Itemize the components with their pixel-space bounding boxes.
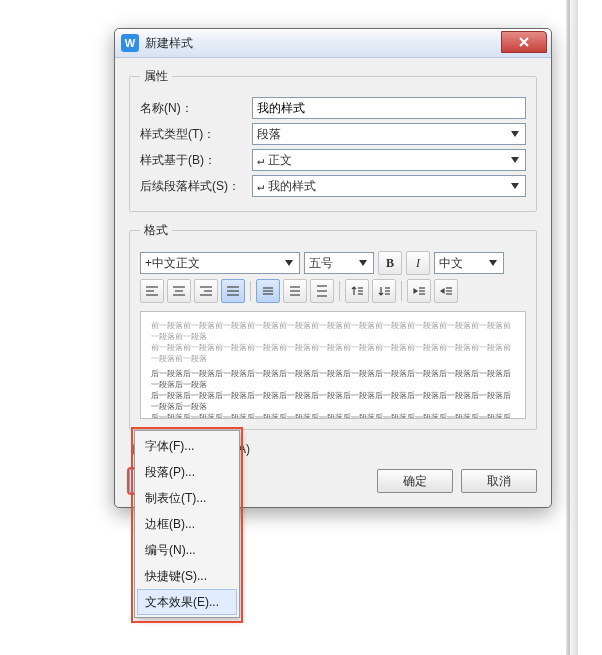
align-right-button[interactable] [194, 279, 218, 303]
page-edge [566, 0, 570, 655]
separator [339, 281, 340, 301]
cancel-button[interactable]: 取消 [461, 469, 537, 493]
align-center-button[interactable] [167, 279, 191, 303]
chevron-down-icon [507, 178, 523, 194]
line-spacing-loose-button[interactable] [310, 279, 334, 303]
properties-legend: 属性 [140, 68, 172, 85]
menu-item-border[interactable]: 边框(B)... [137, 511, 237, 537]
chevron-down-icon [507, 152, 523, 168]
decrease-para-space-button[interactable] [372, 279, 396, 303]
menu-item-shortcut[interactable]: 快捷键(S)... [137, 563, 237, 589]
close-button[interactable] [501, 31, 547, 53]
following-select[interactable]: ↵ 我的样式 [252, 175, 526, 197]
preview-pane: 前一段落前一段落前一段落前一段落前一段落前一段落前一段落前一段落前一段落前一段落… [140, 311, 526, 419]
chevron-down-icon [355, 255, 371, 271]
increase-para-space-button[interactable] [345, 279, 369, 303]
ok-button[interactable]: 确定 [377, 469, 453, 493]
format-group: 格式 +中文正文 五号 B I 中文 [129, 222, 537, 430]
properties-group: 属性 名称(N)： 样式类型(T)： 段落 样式基于(B)： ↵ [129, 68, 537, 212]
menu-item-paragraph[interactable]: 段落(P)... [137, 459, 237, 485]
decrease-indent-button[interactable] [407, 279, 431, 303]
preview-line: 前一段落前一段落前一段落前一段落前一段落前一段落前一段落前一段落前一段落前一段落… [151, 342, 515, 364]
style-type-select[interactable]: 段落 [252, 123, 526, 145]
menu-item-numbering[interactable]: 编号(N)... [137, 537, 237, 563]
menu-item-font[interactable]: 字体(F)... [137, 433, 237, 459]
chevron-down-icon [485, 255, 501, 271]
separator [401, 281, 402, 301]
font-size-value: 五号 [309, 255, 333, 272]
font-size-select[interactable]: 五号 [304, 252, 374, 274]
align-left-button[interactable] [140, 279, 164, 303]
line-spacing-normal-button[interactable] [283, 279, 307, 303]
name-label: 名称(N)： [140, 100, 252, 117]
bold-button[interactable]: B [378, 251, 402, 275]
line-spacing-tight-button[interactable] [256, 279, 280, 303]
font-select[interactable]: +中文正文 [140, 252, 300, 274]
align-justify-button[interactable] [221, 279, 245, 303]
format-legend: 格式 [140, 222, 172, 239]
preview-line: 后一段落后一段落后一段落后一段落后一段落后一段落后一段落后一段落后一段落后一段落… [151, 412, 515, 419]
preview-line: 前一段落前一段落前一段落前一段落前一段落前一段落前一段落前一段落前一段落前一段落… [151, 320, 515, 342]
preview-line: 后一段落后一段落后一段落后一段落后一段落后一段落后一段落后一段落后一段落后一段落… [151, 390, 515, 412]
based-on-value: 正文 [268, 152, 292, 169]
style-type-label: 样式类型(T)： [140, 126, 252, 143]
chevron-down-icon [281, 255, 297, 271]
based-on-label: 样式基于(B)： [140, 152, 252, 169]
app-icon-letter: W [125, 37, 135, 49]
menu-item-tabs[interactable]: 制表位(T)... [137, 485, 237, 511]
font-value: +中文正文 [145, 255, 200, 272]
app-icon: W [121, 34, 139, 52]
preview-line: 后一段落后一段落后一段落后一段落后一段落后一段落后一段落后一段落后一段落后一段落… [151, 368, 515, 390]
style-type-value: 段落 [257, 126, 281, 143]
following-value: 我的样式 [268, 178, 316, 195]
return-icon: ↵ [257, 153, 264, 167]
format-dropdown-menu: 字体(F)... 段落(P)... 制表位(T)... 边框(B)... 编号(… [134, 430, 240, 618]
window-title: 新建样式 [145, 35, 193, 52]
menu-item-text-effect[interactable]: 文本效果(E)... [137, 589, 237, 615]
return-icon: ↵ [257, 179, 264, 193]
language-value: 中文 [439, 255, 463, 272]
italic-button[interactable]: I [406, 251, 430, 275]
close-icon [519, 37, 529, 47]
following-label: 后续段落样式(S)： [140, 178, 252, 195]
name-input[interactable] [252, 97, 526, 119]
language-select[interactable]: 中文 [434, 252, 504, 274]
titlebar[interactable]: W 新建样式 [115, 29, 551, 58]
based-on-select[interactable]: ↵ 正文 [252, 149, 526, 171]
page-shadow [570, 0, 578, 655]
separator [250, 281, 251, 301]
chevron-down-icon [507, 126, 523, 142]
increase-indent-button[interactable] [434, 279, 458, 303]
